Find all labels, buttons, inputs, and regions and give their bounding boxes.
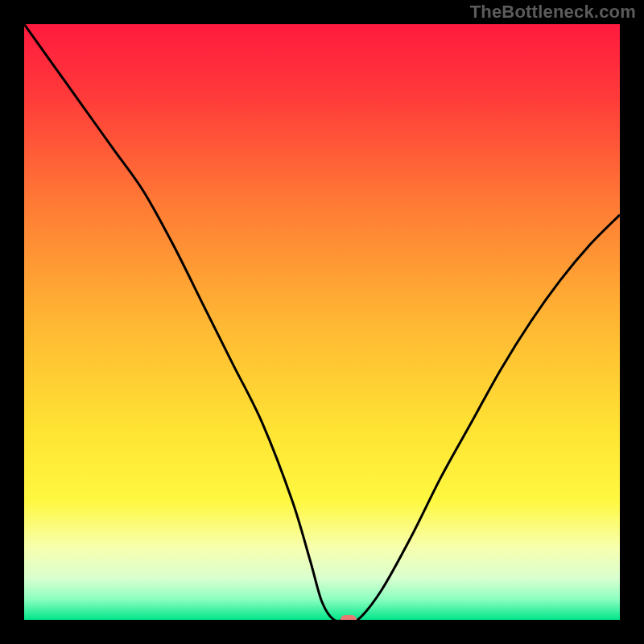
watermark-label: TheBottleneck.com xyxy=(470,2,636,23)
chart-frame: TheBottleneck.com xyxy=(0,0,644,644)
optimal-point-marker xyxy=(341,615,357,620)
plot-area xyxy=(24,24,620,620)
bottleneck-curve xyxy=(24,24,620,620)
